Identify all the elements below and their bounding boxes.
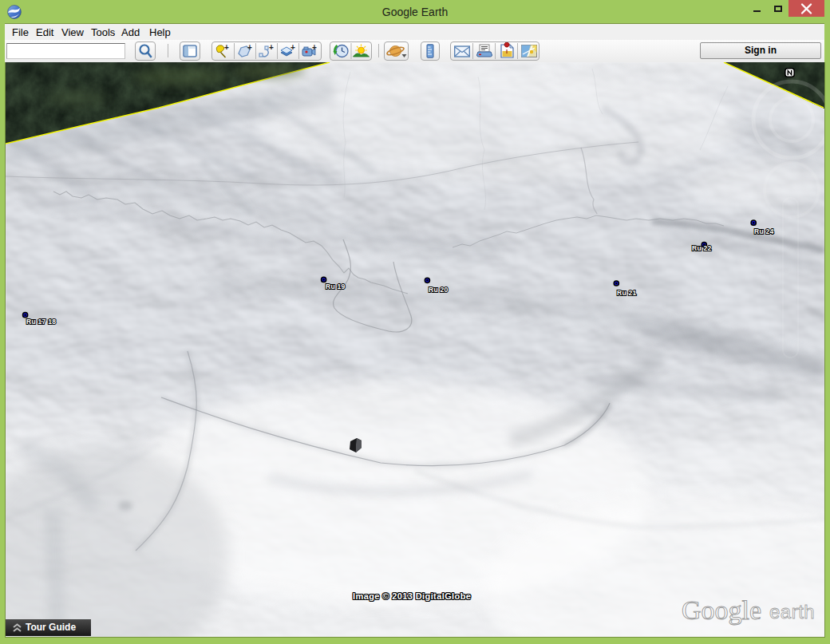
- svg-text:Ru 22: Ru 22: [692, 244, 712, 252]
- svg-text:+: +: [247, 43, 252, 52]
- svg-text:Ru 20: Ru 20: [429, 286, 449, 294]
- svg-text:Google: Google: [682, 595, 761, 625]
- svg-text:earth: earth: [769, 601, 815, 622]
- svg-text:+: +: [269, 43, 274, 52]
- svg-text:Ru 17 18: Ru 17 18: [26, 318, 56, 326]
- svg-text:Ru 24: Ru 24: [754, 227, 774, 235]
- svg-text:+: +: [312, 43, 317, 52]
- svg-text:+: +: [224, 43, 229, 52]
- svg-text:+: +: [290, 43, 295, 52]
- svg-text:Ru 21: Ru 21: [617, 289, 637, 297]
- svg-text:Ru 19: Ru 19: [326, 282, 346, 290]
